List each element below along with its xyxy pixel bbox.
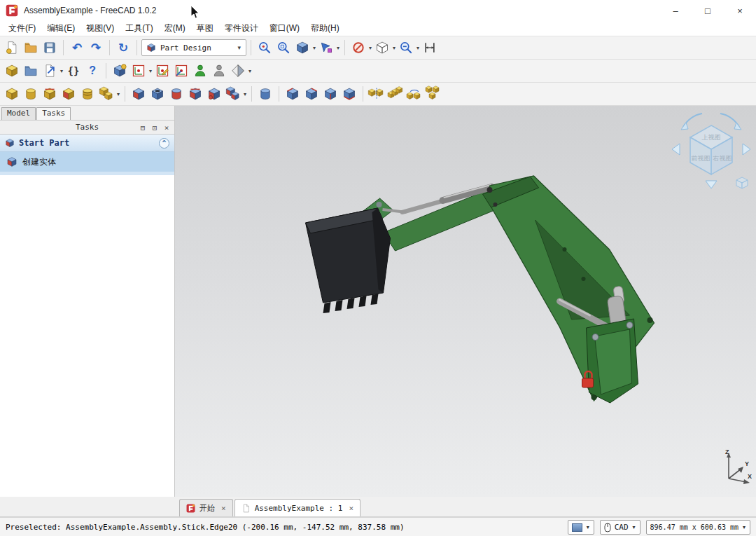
menu-sketch[interactable]: 草图	[191, 21, 219, 36]
collapse-section-button[interactable]: ^	[159, 138, 169, 149]
hole-button[interactable]	[148, 85, 167, 103]
menu-help[interactable]: 帮助(H)	[305, 21, 345, 36]
navigation-cube[interactable]: 上视图 前视图 右视图	[669, 110, 753, 193]
close-icon[interactable]: ×	[346, 504, 354, 513]
draft-button[interactable]	[321, 85, 340, 103]
additive-pipe-button[interactable]	[59, 85, 78, 103]
whats-this-button[interactable]: ?	[83, 62, 102, 80]
navcube-top-label[interactable]: 上视图	[702, 134, 721, 141]
additive-helix-button[interactable]	[78, 85, 97, 103]
menu-macro[interactable]: 宏(M)	[159, 21, 191, 36]
validate-sketch-button[interactable]	[191, 62, 209, 80]
chevron-down-icon[interactable]: ▾	[148, 68, 153, 74]
chevron-down-icon[interactable]: ▾	[392, 45, 396, 51]
make-link-button[interactable]	[41, 62, 59, 80]
fillet-button[interactable]	[284, 85, 302, 103]
pad-button[interactable]	[3, 85, 21, 103]
chevron-down-icon[interactable]: ▾	[312, 45, 316, 51]
close-button[interactable]: ×	[724, 0, 756, 21]
multitransform-button[interactable]	[424, 85, 442, 103]
subtractive-primitive-button[interactable]	[224, 85, 242, 103]
panel-minimize-icon[interactable]: ⊟	[138, 123, 148, 132]
subtractive-pipe-button[interactable]	[205, 85, 223, 103]
create-group-button[interactable]	[22, 62, 40, 80]
additive-primitive-button[interactable]	[97, 85, 115, 103]
subtractive-loft-button[interactable]	[186, 85, 204, 103]
doc-tab-start-label[interactable]: 开始	[200, 503, 215, 514]
axis-z-label: Z	[725, 448, 729, 455]
zoom-box-button[interactable]	[274, 39, 293, 57]
polar-pattern-button[interactable]	[405, 85, 424, 103]
menu-partdesign[interactable]: 零件设计	[219, 21, 264, 36]
undo-button[interactable]: ↶	[68, 39, 86, 57]
new-document-button[interactable]	[3, 39, 21, 57]
menu-view[interactable]: 视图(V)	[80, 21, 120, 36]
expression-editor-button[interactable]: {}	[64, 62, 83, 80]
menu-tools[interactable]: 工具(T)	[120, 21, 158, 36]
start-part-section-header[interactable]: Start Part ^	[0, 135, 174, 152]
draw-style-button[interactable]	[349, 39, 368, 57]
chevron-down-icon[interactable]: ▾	[632, 524, 636, 530]
chevron-down-icon[interactable]: ▾	[416, 45, 420, 51]
close-icon[interactable]: ×	[219, 504, 226, 513]
set-appearance-button[interactable]	[229, 62, 247, 80]
chevron-down-icon[interactable]: ▾	[742, 524, 746, 530]
create-body-icon	[113, 64, 127, 78]
doc-tab-start[interactable]: 开始 ×	[179, 499, 233, 516]
save-document-button[interactable]	[41, 39, 59, 57]
create-body-task-item[interactable]: 创建实体	[0, 152, 174, 172]
standard-views-button[interactable]	[293, 39, 312, 57]
mirrored-icon	[370, 87, 384, 101]
chevron-down-icon[interactable]: ▾	[336, 45, 340, 51]
chevron-down-icon[interactable]: ▾	[116, 91, 120, 97]
additive-loft-button[interactable]	[41, 85, 59, 103]
menu-edit[interactable]: 编辑(E)	[41, 21, 80, 36]
zoom-tools-button[interactable]	[397, 39, 415, 57]
3d-viewport[interactable]: 上视图 前视图 右视图 Z Y X	[175, 106, 756, 497]
doc-tab-assembly-label[interactable]: AssemblyExample : 1	[255, 504, 343, 513]
subtractive-primitive-icon	[226, 87, 240, 101]
visibility-button[interactable]	[373, 39, 391, 57]
measure-button[interactable]	[421, 39, 439, 57]
boolean-button[interactable]	[256, 85, 274, 103]
menu-file[interactable]: 文件(F)	[3, 21, 41, 36]
tab-tasks[interactable]: Tasks	[36, 107, 71, 120]
create-sketch-button[interactable]	[130, 62, 148, 80]
redo-button[interactable]: ↷	[87, 39, 105, 57]
chevron-down-icon[interactable]: ▾	[368, 45, 372, 51]
mirrored-button[interactable]	[368, 85, 386, 103]
chevron-down-icon[interactable]: ▾	[243, 91, 247, 97]
chevron-down-icon[interactable]: ▾	[248, 68, 252, 74]
menu-window[interactable]: 窗口(W)	[264, 21, 305, 36]
viewport-size-combo[interactable]: 896.47 mm x 600.63 mm ▾	[646, 520, 750, 535]
linear-pattern-button[interactable]	[386, 85, 405, 103]
map-sketch-button[interactable]	[172, 62, 190, 80]
check-geometry-button[interactable]	[210, 62, 228, 80]
revolve-button[interactable]	[22, 85, 40, 103]
create-body-button[interactable]	[111, 62, 129, 80]
doc-tab-assembly[interactable]: AssemblyExample : 1 ×	[234, 499, 360, 516]
navigation-style-combo[interactable]: CAD ▾	[600, 520, 640, 535]
create-part-button[interactable]	[3, 62, 21, 80]
navcube-right-label[interactable]: 右视图	[713, 155, 732, 162]
navcube-front-label[interactable]: 前视图	[692, 155, 710, 162]
overlay-style-combo[interactable]: ▾	[568, 520, 594, 535]
refresh-button[interactable]: ↻	[114, 39, 132, 57]
thickness-button[interactable]	[340, 85, 358, 103]
maximize-button[interactable]: □	[692, 0, 724, 21]
panel-float-icon[interactable]: ⊡	[150, 123, 160, 132]
fit-all-button[interactable]	[255, 39, 274, 57]
tab-model[interactable]: Model	[1, 107, 36, 120]
chevron-down-icon[interactable]: ▾	[59, 68, 64, 74]
pocket-button[interactable]	[130, 85, 148, 103]
groove-button[interactable]	[167, 85, 186, 103]
open-document-button[interactable]	[22, 39, 40, 57]
workbench-selector[interactable]: Part Design ▾	[141, 39, 246, 56]
chevron-down-icon[interactable]: ▾	[586, 524, 590, 530]
edit-sketch-button[interactable]	[153, 62, 172, 80]
chevron-down-icon[interactable]: ▾	[237, 44, 241, 51]
panel-close-icon[interactable]: ×	[162, 123, 172, 132]
align-to-selection-button[interactable]	[317, 39, 335, 57]
chamfer-button[interactable]	[302, 85, 321, 103]
minimize-button[interactable]: –	[659, 0, 692, 21]
